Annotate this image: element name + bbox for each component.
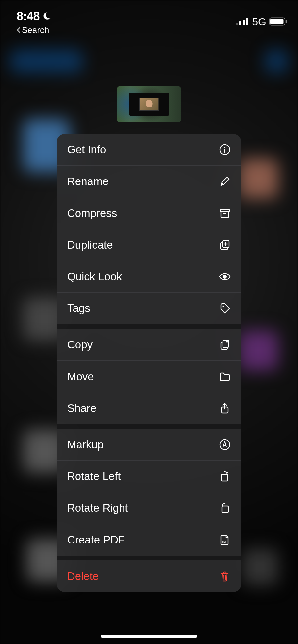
menu-item-rename[interactable]: Rename	[57, 166, 241, 197]
share-icon	[219, 402, 231, 414]
info-icon	[219, 144, 231, 156]
menu-label: Share	[67, 402, 96, 415]
breadcrumb-back[interactable]: Search	[17, 25, 49, 35]
rotate-left-icon	[219, 470, 231, 482]
moon-icon	[42, 11, 52, 21]
markup-icon	[219, 439, 231, 451]
menu-group-divider	[57, 324, 241, 329]
menu-item-compress[interactable]: Compress	[57, 197, 241, 229]
menu-label: Delete	[67, 570, 99, 583]
menu-item-duplicate[interactable]: Duplicate	[57, 229, 241, 261]
cellular-signal-icon	[236, 18, 249, 27]
menu-group: Get InfoRenameCompressDuplicateQuick Loo…	[57, 134, 241, 324]
menu-item-create-pdf[interactable]: Create PDF	[57, 524, 241, 556]
context-menu: Get InfoRenameCompressDuplicateQuick Loo…	[57, 134, 241, 592]
menu-item-delete[interactable]: Delete	[57, 560, 241, 592]
menu-item-get-info[interactable]: Get Info	[57, 134, 241, 166]
menu-label: Create PDF	[67, 534, 125, 546]
svg-rect-3	[246, 18, 248, 25]
svg-rect-2	[243, 20, 245, 25]
status-time: 8:48	[17, 9, 40, 23]
menu-group: Delete	[57, 560, 241, 592]
svg-rect-5	[270, 19, 284, 24]
menu-group-divider	[57, 424, 241, 429]
menu-label: Rotate Right	[67, 502, 128, 514]
menu-label: Get Info	[67, 143, 106, 156]
file-preview-thumbnail[interactable]	[117, 86, 181, 122]
breadcrumb-label: Search	[22, 25, 49, 35]
menu-label: Rotate Left	[67, 470, 121, 483]
menu-item-tags[interactable]: Tags	[57, 293, 241, 324]
menu-group: CopyMoveShare	[57, 329, 241, 424]
menu-item-markup[interactable]: Markup	[57, 429, 241, 461]
status-bar: 8:48 Search 5G	[0, 0, 298, 36]
menu-label: Copy	[67, 339, 93, 351]
trash-icon	[219, 570, 231, 582]
menu-label: Compress	[67, 207, 117, 220]
pdf-icon	[219, 534, 231, 546]
eye-icon	[219, 271, 231, 283]
menu-item-rotate-right[interactable]: Rotate Right	[57, 492, 241, 524]
menu-label: Quick Look	[67, 270, 122, 283]
folder-icon	[219, 371, 231, 382]
menu-label: Duplicate	[67, 239, 113, 251]
rotate-right-icon	[219, 502, 231, 514]
menu-group: MarkupRotate LeftRotate RightCreate PDF	[57, 429, 241, 556]
copy-icon	[219, 339, 231, 351]
battery-icon	[269, 17, 288, 27]
menu-item-copy[interactable]: Copy	[57, 329, 241, 361]
svg-rect-1	[239, 21, 241, 25]
home-indicator[interactable]	[101, 635, 197, 638]
menu-item-move[interactable]: Move	[57, 361, 241, 392]
archive-icon	[219, 207, 231, 219]
menu-label: Tags	[67, 302, 90, 315]
svg-rect-6	[286, 20, 287, 23]
chevron-left-icon	[17, 25, 21, 35]
menu-item-quick-look[interactable]: Quick Look	[57, 261, 241, 293]
tag-icon	[219, 302, 231, 314]
menu-item-share[interactable]: Share	[57, 392, 241, 424]
menu-item-rotate-left[interactable]: Rotate Left	[57, 461, 241, 492]
menu-label: Markup	[67, 438, 104, 451]
menu-label: Rename	[67, 175, 109, 188]
pencil-icon	[219, 176, 231, 187]
duplicate-icon	[219, 239, 231, 251]
menu-group-divider	[57, 556, 241, 560]
svg-rect-0	[236, 23, 238, 25]
network-label: 5G	[252, 16, 266, 28]
menu-label: Move	[67, 370, 94, 383]
